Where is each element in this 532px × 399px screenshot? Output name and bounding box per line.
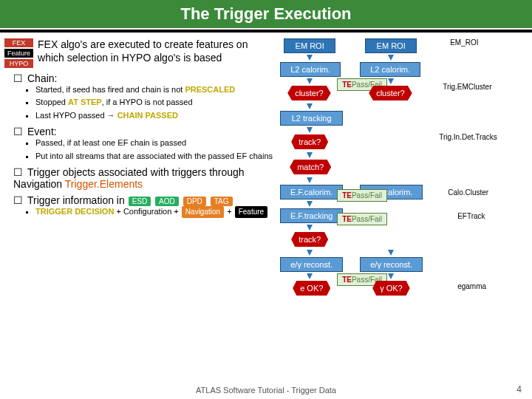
section-chain: ☐Chain: Started, if seed has fired and c…: [13, 72, 273, 121]
highlight: CHAIN PASSED: [117, 111, 178, 120]
label-em-roi: EM_ROI: [450, 38, 478, 47]
node-e-ok: e OK?: [293, 281, 330, 296]
triginfo-sub-item: TRIGGER DECISION + Configuration + Navig…: [35, 206, 273, 218]
node-eg-reconst-left: e/γ reconst.: [280, 257, 343, 272]
trigger-decision: TRIGGER DECISION: [35, 207, 114, 216]
intro-badges: FEX Feature HYPO: [4, 38, 33, 68]
label-eftrack: EFTrack: [457, 212, 485, 220]
te-text: TE: [342, 215, 352, 223]
node-match: match?: [290, 160, 331, 174]
event-item: Put into all streams that are associated…: [35, 151, 273, 162]
badge-feature: Feature: [4, 49, 33, 58]
text: Last HYPO passed →: [35, 111, 117, 120]
node-te-3: TE Pass/Fail: [337, 213, 387, 225]
node-l2-calorim-right: L2 calorim.: [360, 62, 420, 77]
checkbox-icon: ☐: [13, 166, 23, 178]
section-triginfo: ☐Trigger information in ESD AOD DPD TAG …: [13, 194, 273, 218]
flow-diagram: EM ROI EM ROI EM_ROI L2 calorim. L2 calo…: [276, 38, 528, 364]
pill-feature: Feature: [235, 206, 267, 218]
highlight: PRESCALED: [185, 85, 235, 94]
text: , if a HYPO is not passed: [102, 98, 193, 106]
text: +: [225, 207, 234, 216]
badge-hypo: HYPO: [4, 59, 33, 68]
label-calocluster: Calo.Cluster: [448, 188, 488, 197]
chain-items: Started, if seed has fired and chain is …: [35, 84, 273, 121]
chain-item: Last HYPO passed → CHAIN PASSED: [35, 110, 273, 121]
node-cluster-left: cluster?: [287, 86, 331, 100]
pill-tag: TAG: [211, 197, 233, 206]
page-number: 4: [516, 384, 522, 395]
event-items: Passed, if at least one EF chain is pass…: [35, 137, 273, 162]
node-cluster-right: cluster?: [369, 86, 412, 100]
pill-aod: AOD: [155, 197, 179, 206]
node-g-ok: γ OK?: [372, 281, 410, 296]
text: + Configuration +: [114, 207, 181, 216]
intro-block: FEX Feature HYPO FEX algo's are executed…: [4, 38, 273, 68]
chain-item: Stopped AT STEP, if a HYPO is not passed: [35, 97, 273, 108]
section-event: ☐Event: Passed, if at least one EF chain…: [13, 126, 273, 162]
node-eg-reconst-right: e/γ reconst.: [360, 257, 423, 272]
chain-item: Started, if seed has fired and chain is …: [35, 84, 273, 95]
slide-title: The Trigger Execution: [0, 0, 532, 28]
passfail-text: Pass/Fail: [352, 215, 382, 223]
chain-label: Chain:: [27, 72, 57, 84]
footer-text: ATLAS Software Tutorial - Trigger Data: [0, 386, 532, 395]
node-em-roi-right: EM ROI: [365, 38, 417, 53]
event-item: Passed, if at least one EF chain is pass…: [35, 137, 273, 149]
trigobj-link: Trigger.Elements: [65, 178, 143, 190]
left-column: FEX Feature HYPO FEX algo's are executed…: [4, 38, 276, 364]
node-track-2: track?: [291, 232, 328, 247]
node-l2-tracking: L2 tracking: [280, 111, 343, 126]
node-em-roi-left: EM ROI: [284, 38, 335, 53]
node-l2-calorim-left: L2 calorim.: [280, 62, 341, 77]
text: Stopped: [35, 98, 68, 106]
section-trigobj: ☐Trigger objects associated with trigger…: [13, 166, 273, 190]
event-label: Event:: [27, 126, 57, 137]
node-te-2: TE Pass/Fail: [337, 189, 387, 202]
label-egamma: egamma: [457, 282, 486, 290]
pill-navigation: Navigation: [182, 206, 224, 218]
label-trigindet: Trig.In.Det.Tracks: [439, 133, 497, 141]
right-column: EM ROI EM ROI EM_ROI L2 calorim. L2 calo…: [276, 38, 528, 364]
te-text: TE: [342, 81, 352, 89]
triginfo-sub: TRIGGER DECISION + Configuration + Navig…: [35, 206, 273, 218]
badge-fex: FEX: [4, 38, 33, 47]
label-trigemcluster: Trig.EMCluster: [443, 83, 491, 91]
triginfo-pre: Trigger information in: [27, 194, 128, 206]
node-ef-tracking: E.F.tracking: [280, 208, 343, 223]
content-area: FEX Feature HYPO FEX algo's are executed…: [0, 33, 532, 369]
checkbox-icon: ☐: [13, 194, 23, 206]
checkbox-icon: ☐: [13, 126, 23, 137]
te-text: TE: [342, 276, 352, 284]
intro-text: FEX algo's are executed to create featur…: [38, 38, 273, 64]
passfail-text: Pass/Fail: [352, 191, 382, 200]
checkbox-icon: ☐: [13, 72, 23, 84]
node-track-1: track?: [291, 134, 328, 149]
node-ef-calorim-left: E.F.calorim.: [280, 185, 343, 200]
pill-esd: ESD: [129, 197, 151, 206]
highlight: AT STEP: [68, 98, 102, 106]
pill-dpd: DPD: [183, 197, 206, 206]
text: Started, if seed has fired and chain is …: [35, 85, 185, 94]
te-text: TE: [342, 191, 352, 200]
